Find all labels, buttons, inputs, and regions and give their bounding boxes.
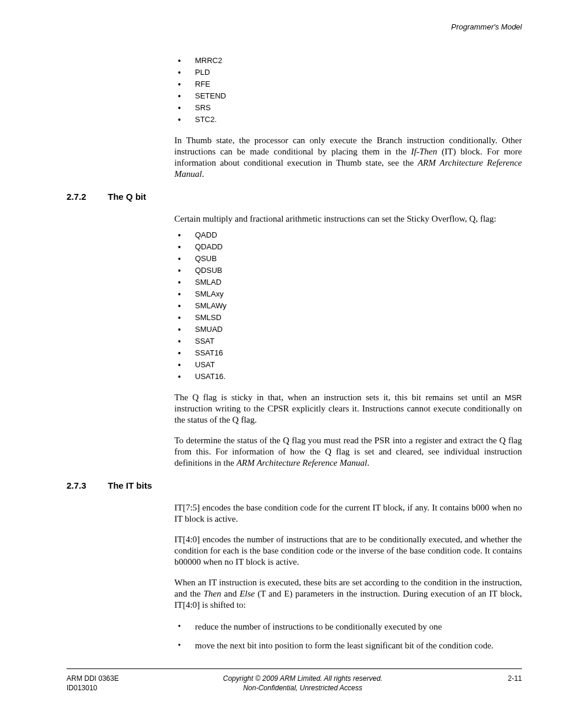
section-number: 2.7.3	[67, 480, 108, 490]
section-273-body: IT[7:5] encodes the base condition code …	[174, 502, 522, 652]
it-actions-list: reduce the number of instructions to be …	[174, 620, 522, 652]
list-item: SETEND	[174, 90, 522, 102]
paragraph: IT[7:5] encodes the base condition code …	[174, 502, 522, 525]
list-item: SRS	[174, 102, 522, 114]
section-272-body: Certain multiply and fractional arithmet…	[174, 213, 522, 469]
paragraph: IT[4:0] encodes the number of instructio…	[174, 534, 522, 568]
list-item: QSUB	[174, 253, 522, 265]
list-item: SMLAD	[174, 276, 522, 288]
text: The Q flag is sticky in that, when an in…	[174, 393, 505, 402]
paragraph: To determine the status of the Q flag yo…	[174, 435, 522, 469]
section-number: 2.7.2	[67, 192, 108, 202]
code: MSR	[505, 393, 522, 402]
instruction-list-intro: MRRC2 PLD RFE SETEND SRS STC2.	[174, 55, 522, 126]
section-title: The IT bits	[108, 480, 152, 490]
list-item: reduce the number of instructions to be …	[174, 620, 522, 633]
italic: Then	[203, 589, 221, 598]
classification: Non-Confidential, Unrestricted Access	[119, 683, 487, 693]
footer-left: ARM DDI 0363E ID013010	[67, 674, 119, 693]
list-item: SSAT	[174, 335, 522, 347]
list-item: QADD	[174, 229, 522, 241]
list-item: PLD	[174, 67, 522, 78]
list-item: SSAT16	[174, 347, 522, 359]
section-heading-273: 2.7.3 The IT bits	[67, 480, 522, 490]
list-item: QDADD	[174, 241, 522, 253]
list-item: move the next bit into position to form …	[174, 639, 522, 652]
list-item: STC2.	[174, 114, 522, 126]
page-footer: ARM DDI 0363E ID013010 Copyright © 2009 …	[67, 668, 522, 693]
list-item: SMUAD	[174, 324, 522, 335]
italic: Else	[240, 589, 255, 598]
list-item: QDSUB	[174, 265, 522, 276]
list-item: SMLAxy	[174, 288, 522, 300]
content-column: MRRC2 PLD RFE SETEND SRS STC2. In Thumb …	[174, 55, 522, 180]
list-item: MRRC2	[174, 55, 522, 67]
section-heading-272: 2.7.2 The Q bit	[67, 192, 522, 202]
page-number: 2-11	[487, 674, 522, 683]
page: Programmer's Model MRRC2 PLD RFE SETEND …	[0, 0, 562, 728]
list-item: SMLSD	[174, 312, 522, 324]
section-title: The Q bit	[108, 192, 146, 202]
italic: If-Then	[411, 147, 437, 156]
text: .	[202, 169, 204, 179]
list-item: USAT16.	[174, 371, 522, 383]
doc-rev: ID013010	[67, 683, 119, 693]
running-header: Programmer's Model	[67, 22, 522, 31]
paragraph: Certain multiply and fractional arithmet…	[174, 213, 522, 225]
instruction-list-q: QADD QDADD QSUB QDSUB SMLAD SMLAxy SMLAW…	[174, 229, 522, 383]
paragraph-thumb: In Thumb state, the processor can only e…	[174, 135, 522, 180]
footer-center: Copyright © 2009 ARM Limited. All rights…	[119, 674, 487, 693]
paragraph: When an IT instruction is executed, thes…	[174, 577, 522, 611]
paragraph: The Q flag is sticky in that, when an in…	[174, 392, 522, 426]
doc-id: ARM DDI 0363E	[67, 674, 119, 683]
list-item: SMLAWy	[174, 300, 522, 312]
text: .	[367, 458, 369, 467]
text: and	[221, 589, 239, 598]
text: instruction writing to the CPSR explicit…	[174, 404, 522, 424]
footer-right: 2-11	[487, 674, 522, 683]
copyright: Copyright © 2009 ARM Limited. All rights…	[119, 674, 487, 683]
list-item: RFE	[174, 78, 522, 90]
italic: ARM Architecture Reference Manual	[236, 458, 367, 467]
list-item: USAT	[174, 359, 522, 371]
